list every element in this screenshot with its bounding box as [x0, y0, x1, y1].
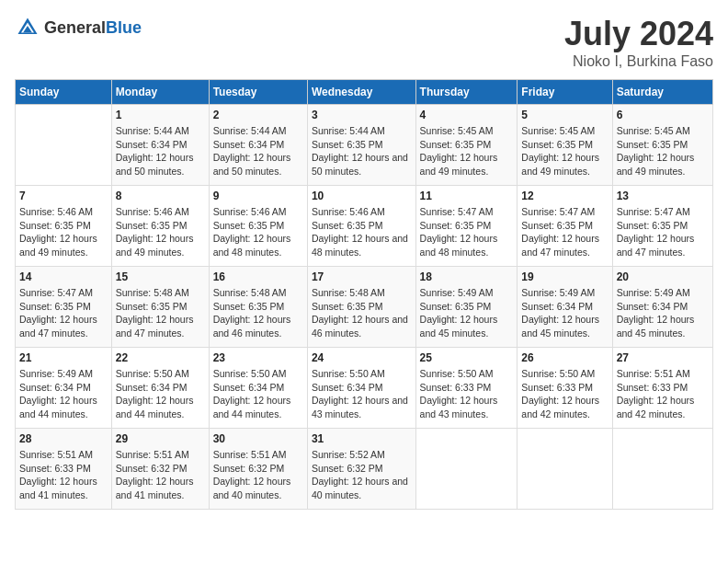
calendar-cell: 12Sunrise: 5:47 AM Sunset: 6:35 PM Dayli…: [518, 186, 612, 267]
calendar-cell: 13Sunrise: 5:47 AM Sunset: 6:35 PM Dayli…: [612, 186, 712, 267]
calendar-cell: 22Sunrise: 5:50 AM Sunset: 6:34 PM Dayli…: [111, 348, 209, 429]
week-row-2: 7Sunrise: 5:46 AM Sunset: 6:35 PM Daylig…: [16, 186, 713, 267]
day-info: Sunrise: 5:45 AM Sunset: 6:35 PM Dayligh…: [521, 124, 608, 178]
day-number: 5: [521, 109, 608, 121]
day-number: 9: [213, 190, 303, 202]
calendar-cell: 3Sunrise: 5:44 AM Sunset: 6:35 PM Daylig…: [307, 105, 415, 186]
day-info: Sunrise: 5:47 AM Sunset: 6:35 PM Dayligh…: [617, 205, 709, 259]
day-info: Sunrise: 5:50 AM Sunset: 6:34 PM Dayligh…: [312, 367, 412, 421]
day-number: 4: [420, 109, 514, 121]
day-info: Sunrise: 5:51 AM Sunset: 6:32 PM Dayligh…: [213, 448, 303, 502]
day-number: 7: [19, 190, 108, 202]
week-row-1: 1Sunrise: 5:44 AM Sunset: 6:34 PM Daylig…: [16, 105, 713, 186]
col-header-wednesday: Wednesday: [307, 80, 415, 105]
day-number: 28: [19, 432, 108, 445]
day-number: 25: [420, 351, 514, 364]
day-number: 13: [617, 190, 709, 202]
day-number: 10: [312, 190, 412, 202]
day-info: Sunrise: 5:44 AM Sunset: 6:35 PM Dayligh…: [312, 124, 412, 178]
calendar-cell: [518, 429, 612, 510]
day-number: 1: [116, 109, 205, 121]
logo-text-general: General: [44, 18, 106, 37]
calendar-cell: [16, 105, 112, 186]
day-number: 19: [521, 270, 608, 283]
calendar-cell: 15Sunrise: 5:48 AM Sunset: 6:35 PM Dayli…: [111, 267, 209, 348]
day-info: Sunrise: 5:47 AM Sunset: 6:35 PM Dayligh…: [19, 286, 108, 340]
calendar-cell: 27Sunrise: 5:51 AM Sunset: 6:33 PM Dayli…: [612, 348, 712, 429]
calendar-cell: [415, 429, 518, 510]
logo-text-blue: Blue: [106, 18, 142, 37]
day-number: 8: [116, 190, 205, 202]
calendar-cell: 16Sunrise: 5:48 AM Sunset: 6:35 PM Dayli…: [209, 267, 307, 348]
week-row-4: 21Sunrise: 5:49 AM Sunset: 6:34 PM Dayli…: [16, 348, 713, 429]
day-info: Sunrise: 5:49 AM Sunset: 6:34 PM Dayligh…: [617, 286, 709, 340]
month-year-title: July 2024: [564, 15, 713, 53]
day-number: 26: [521, 351, 608, 364]
week-row-3: 14Sunrise: 5:47 AM Sunset: 6:35 PM Dayli…: [16, 267, 713, 348]
day-info: Sunrise: 5:48 AM Sunset: 6:35 PM Dayligh…: [116, 286, 205, 340]
day-number: 27: [617, 351, 709, 364]
day-info: Sunrise: 5:46 AM Sunset: 6:35 PM Dayligh…: [116, 205, 205, 259]
day-number: 3: [312, 109, 412, 121]
calendar-cell: 6Sunrise: 5:45 AM Sunset: 6:35 PM Daylig…: [612, 105, 712, 186]
day-info: Sunrise: 5:50 AM Sunset: 6:33 PM Dayligh…: [420, 367, 514, 421]
day-info: Sunrise: 5:46 AM Sunset: 6:35 PM Dayligh…: [312, 205, 412, 259]
calendar-cell: 31Sunrise: 5:52 AM Sunset: 6:32 PM Dayli…: [307, 429, 415, 510]
calendar-table: SundayMondayTuesdayWednesdayThursdayFrid…: [15, 79, 713, 510]
calendar-cell: 1Sunrise: 5:44 AM Sunset: 6:34 PM Daylig…: [111, 105, 209, 186]
calendar-cell: 10Sunrise: 5:46 AM Sunset: 6:35 PM Dayli…: [307, 186, 415, 267]
day-number: 6: [617, 109, 709, 121]
day-number: 16: [213, 270, 303, 283]
day-number: 11: [420, 190, 514, 202]
calendar-cell: 23Sunrise: 5:50 AM Sunset: 6:34 PM Dayli…: [209, 348, 307, 429]
day-number: 12: [521, 190, 608, 202]
calendar-cell: 11Sunrise: 5:47 AM Sunset: 6:35 PM Dayli…: [415, 186, 518, 267]
calendar-cell: 5Sunrise: 5:45 AM Sunset: 6:35 PM Daylig…: [518, 105, 612, 186]
day-info: Sunrise: 5:51 AM Sunset: 6:33 PM Dayligh…: [19, 448, 108, 502]
page-header: GeneralBlue July 2024 Nioko I, Burkina F…: [15, 15, 713, 70]
day-info: Sunrise: 5:50 AM Sunset: 6:33 PM Dayligh…: [521, 367, 608, 421]
col-header-sunday: Sunday: [16, 80, 112, 105]
day-info: Sunrise: 5:51 AM Sunset: 6:33 PM Dayligh…: [617, 367, 709, 421]
day-info: Sunrise: 5:48 AM Sunset: 6:35 PM Dayligh…: [312, 286, 412, 340]
day-number: 23: [213, 351, 303, 364]
day-number: 15: [116, 270, 205, 283]
week-row-5: 28Sunrise: 5:51 AM Sunset: 6:33 PM Dayli…: [16, 429, 713, 510]
calendar-cell: 29Sunrise: 5:51 AM Sunset: 6:32 PM Dayli…: [111, 429, 209, 510]
day-info: Sunrise: 5:46 AM Sunset: 6:35 PM Dayligh…: [19, 205, 108, 259]
calendar-cell: 4Sunrise: 5:45 AM Sunset: 6:35 PM Daylig…: [415, 105, 518, 186]
day-info: Sunrise: 5:45 AM Sunset: 6:35 PM Dayligh…: [420, 124, 514, 178]
calendar-cell: 30Sunrise: 5:51 AM Sunset: 6:32 PM Dayli…: [209, 429, 307, 510]
day-number: 31: [312, 432, 412, 445]
calendar-body: 1Sunrise: 5:44 AM Sunset: 6:34 PM Daylig…: [16, 105, 713, 510]
day-number: 29: [116, 432, 205, 445]
title-block: July 2024 Nioko I, Burkina Faso: [564, 15, 713, 70]
calendar-cell: [612, 429, 712, 510]
col-header-thursday: Thursday: [415, 80, 518, 105]
calendar-cell: 26Sunrise: 5:50 AM Sunset: 6:33 PM Dayli…: [518, 348, 612, 429]
calendar-cell: 28Sunrise: 5:51 AM Sunset: 6:33 PM Dayli…: [16, 429, 112, 510]
calendar-header: SundayMondayTuesdayWednesdayThursdayFrid…: [16, 80, 713, 105]
col-header-monday: Monday: [111, 80, 209, 105]
header-row: SundayMondayTuesdayWednesdayThursdayFrid…: [16, 80, 713, 105]
day-info: Sunrise: 5:47 AM Sunset: 6:35 PM Dayligh…: [420, 205, 514, 259]
location-subtitle: Nioko I, Burkina Faso: [564, 53, 713, 70]
day-info: Sunrise: 5:49 AM Sunset: 6:35 PM Dayligh…: [420, 286, 514, 340]
day-number: 17: [312, 270, 412, 283]
day-info: Sunrise: 5:48 AM Sunset: 6:35 PM Dayligh…: [213, 286, 303, 340]
day-info: Sunrise: 5:46 AM Sunset: 6:35 PM Dayligh…: [213, 205, 303, 259]
day-number: 2: [213, 109, 303, 121]
col-header-saturday: Saturday: [612, 80, 712, 105]
day-info: Sunrise: 5:52 AM Sunset: 6:32 PM Dayligh…: [312, 448, 412, 502]
day-info: Sunrise: 5:44 AM Sunset: 6:34 PM Dayligh…: [213, 124, 303, 178]
day-info: Sunrise: 5:47 AM Sunset: 6:35 PM Dayligh…: [521, 205, 608, 259]
day-info: Sunrise: 5:44 AM Sunset: 6:34 PM Dayligh…: [116, 124, 205, 178]
day-number: 22: [116, 351, 205, 364]
calendar-cell: 2Sunrise: 5:44 AM Sunset: 6:34 PM Daylig…: [209, 105, 307, 186]
day-info: Sunrise: 5:50 AM Sunset: 6:34 PM Dayligh…: [213, 367, 303, 421]
calendar-cell: 7Sunrise: 5:46 AM Sunset: 6:35 PM Daylig…: [16, 186, 112, 267]
calendar-cell: 19Sunrise: 5:49 AM Sunset: 6:34 PM Dayli…: [518, 267, 612, 348]
day-number: 18: [420, 270, 514, 283]
calendar-cell: 24Sunrise: 5:50 AM Sunset: 6:34 PM Dayli…: [307, 348, 415, 429]
logo: GeneralBlue: [15, 15, 142, 40]
